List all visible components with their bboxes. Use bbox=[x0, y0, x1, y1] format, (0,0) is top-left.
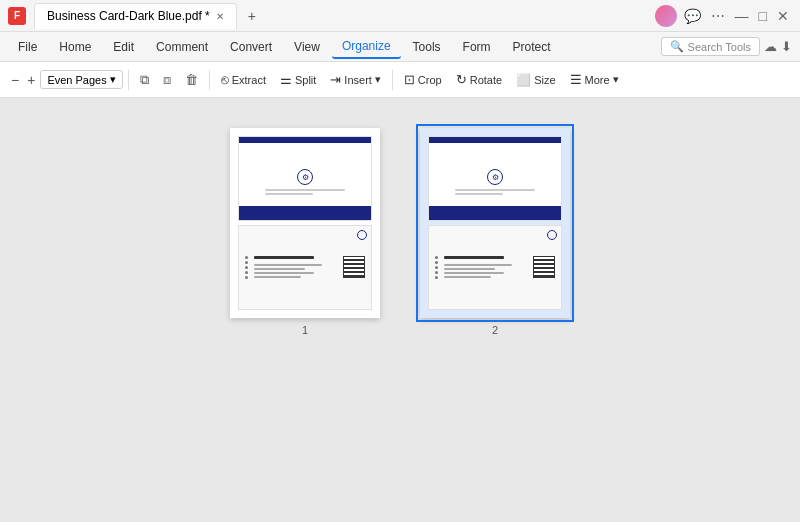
card-top-2: ⚙ bbox=[428, 136, 562, 221]
card-info-8 bbox=[444, 276, 491, 278]
search-tools-label: Search Tools bbox=[688, 41, 751, 53]
menu-home[interactable]: Home bbox=[49, 36, 101, 58]
crop-label: Crop bbox=[418, 74, 442, 86]
more-icon: ☰ bbox=[570, 72, 582, 87]
dot-10 bbox=[435, 276, 438, 279]
dot-2 bbox=[245, 261, 248, 264]
new-tab-button[interactable]: + bbox=[241, 5, 263, 27]
page-2-number: 2 bbox=[492, 324, 498, 336]
profile-avatar[interactable] bbox=[655, 5, 677, 27]
active-tab[interactable]: Business Card-Dark Blue.pdf * ✕ bbox=[34, 3, 237, 29]
menu-view[interactable]: View bbox=[284, 36, 330, 58]
card-text-lines-1 bbox=[265, 189, 344, 195]
menu-file[interactable]: File bbox=[8, 36, 47, 58]
cloud-icon[interactable]: ☁ bbox=[764, 39, 777, 54]
menu-convert[interactable]: Convert bbox=[220, 36, 282, 58]
card-info-1 bbox=[254, 264, 322, 266]
replace-page-icon: ⧈ bbox=[163, 72, 171, 88]
page-1-thumbnail[interactable]: ⚙ bbox=[230, 128, 380, 318]
window-controls: 💬 ⋯ — □ ✕ bbox=[655, 5, 792, 27]
card-bottom-bar-2 bbox=[429, 206, 561, 220]
tab-label: Business Card-Dark Blue.pdf * bbox=[47, 9, 210, 23]
toolbar: − + Even Pages ▾ ⧉ ⧈ 🗑 ⎋ Extract ⚌ Split… bbox=[0, 62, 800, 98]
more-label: More bbox=[585, 74, 610, 86]
page-2-container: ⚙ bbox=[420, 128, 570, 336]
page-2-preview: ⚙ bbox=[420, 128, 570, 318]
dot-9 bbox=[435, 271, 438, 274]
split-icon: ⚌ bbox=[280, 72, 292, 87]
card-logo-small-2 bbox=[547, 230, 557, 240]
menu-edit[interactable]: Edit bbox=[103, 36, 144, 58]
toolbar-separator-2 bbox=[209, 70, 210, 90]
card-line-3 bbox=[455, 189, 534, 191]
dot-3 bbox=[245, 266, 248, 269]
insert-page-button[interactable]: ⧉ bbox=[134, 69, 155, 91]
minimize-button[interactable]: — bbox=[732, 8, 752, 24]
close-button[interactable]: ✕ bbox=[774, 8, 792, 24]
delete-icon: 🗑 bbox=[185, 72, 198, 87]
card-logo-2: ⚙ bbox=[487, 169, 503, 185]
card-side-dots-2 bbox=[435, 256, 438, 279]
insert-button[interactable]: ⇥ Insert ▾ bbox=[324, 69, 387, 90]
card-logo-small-1 bbox=[357, 230, 367, 240]
toolbar-separator-1 bbox=[128, 70, 129, 90]
size-button[interactable]: ⬜ Size bbox=[510, 70, 561, 90]
maximize-button[interactable]: □ bbox=[756, 8, 770, 24]
more-chevron: ▾ bbox=[613, 73, 619, 86]
card-line-1 bbox=[265, 189, 344, 191]
split-label: Split bbox=[295, 74, 316, 86]
insert-icon: ⇥ bbox=[330, 72, 341, 87]
page-1-container: ⚙ bbox=[230, 128, 380, 336]
card-info-4 bbox=[254, 276, 301, 278]
page-filter-dropdown[interactable]: Even Pages ▾ bbox=[40, 70, 122, 89]
rotate-icon: ↻ bbox=[456, 72, 467, 87]
menu-comment[interactable]: Comment bbox=[146, 36, 218, 58]
card-info-5 bbox=[444, 264, 512, 266]
delete-page-button[interactable]: 🗑 bbox=[179, 69, 204, 90]
card-header-bar-1 bbox=[239, 137, 371, 143]
menu-tools[interactable]: Tools bbox=[403, 36, 451, 58]
insert-label: Insert bbox=[344, 74, 372, 86]
more-button[interactable]: ☰ More ▾ bbox=[564, 69, 625, 90]
dot-8 bbox=[435, 266, 438, 269]
dot-7 bbox=[435, 261, 438, 264]
card-info-2 bbox=[254, 268, 305, 270]
size-icon: ⬜ bbox=[516, 73, 531, 87]
chat-icon[interactable]: 💬 bbox=[681, 8, 704, 24]
card-header-bar-2 bbox=[429, 137, 561, 143]
card-top-1: ⚙ bbox=[238, 136, 372, 221]
app-icon: F bbox=[8, 7, 26, 25]
page-1-preview: ⚙ bbox=[230, 128, 380, 318]
menu-form[interactable]: Form bbox=[453, 36, 501, 58]
insert-chevron: ▾ bbox=[375, 73, 381, 86]
titlebar: F Business Card-Dark Blue.pdf * ✕ + 💬 ⋯ … bbox=[0, 0, 800, 32]
page-2-thumbnail[interactable]: ⚙ bbox=[420, 128, 570, 318]
menu-organize[interactable]: Organize bbox=[332, 35, 401, 59]
split-button[interactable]: ⚌ Split bbox=[274, 69, 322, 90]
extract-button[interactable]: ⎋ Extract bbox=[215, 69, 272, 90]
rotate-button[interactable]: ↻ Rotate bbox=[450, 69, 508, 90]
card-name-line-2 bbox=[444, 256, 504, 259]
page-filter-label: Even Pages bbox=[47, 74, 106, 86]
dot-5 bbox=[245, 276, 248, 279]
crop-button[interactable]: ⊡ Crop bbox=[398, 69, 448, 90]
card-info-lines-2 bbox=[444, 256, 529, 278]
rotate-label: Rotate bbox=[470, 74, 502, 86]
size-label: Size bbox=[534, 74, 555, 86]
search-tools-box[interactable]: 🔍 Search Tools bbox=[661, 37, 760, 56]
tab-close-button[interactable]: ✕ bbox=[216, 11, 224, 22]
toolbar-separator-3 bbox=[392, 70, 393, 90]
replace-page-button[interactable]: ⧈ bbox=[157, 69, 177, 91]
tab-bar: Business Card-Dark Blue.pdf * ✕ + bbox=[34, 3, 647, 29]
dot-6 bbox=[435, 256, 438, 259]
zoom-in-button[interactable]: + bbox=[24, 69, 38, 91]
crop-icon: ⊡ bbox=[404, 72, 415, 87]
dot-1 bbox=[245, 256, 248, 259]
card-info-6 bbox=[444, 268, 495, 270]
zoom-out-button[interactable]: − bbox=[8, 69, 22, 91]
menu-bar: File Home Edit Comment Convert View Orga… bbox=[0, 32, 800, 62]
menu-dots-icon[interactable]: ⋯ bbox=[708, 8, 728, 24]
menu-protect[interactable]: Protect bbox=[503, 36, 561, 58]
download-icon[interactable]: ⬇ bbox=[781, 39, 792, 54]
card-logo-1: ⚙ bbox=[297, 169, 313, 185]
